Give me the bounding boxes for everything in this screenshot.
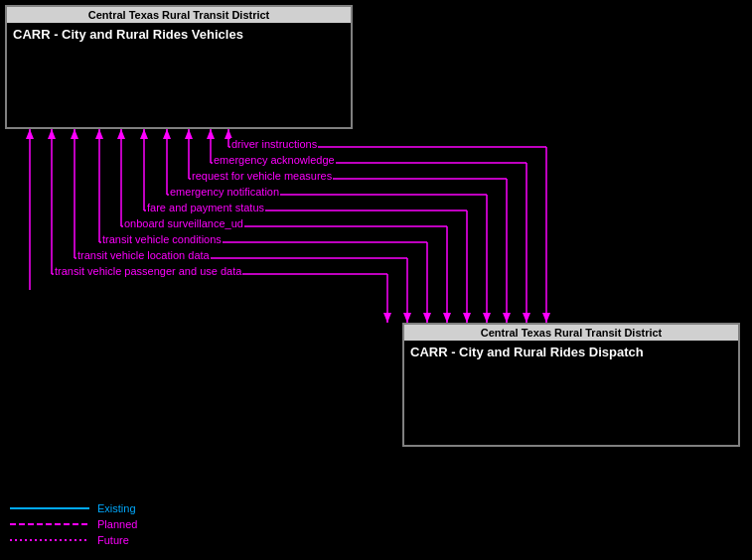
legend-future-label: Future — [97, 534, 129, 546]
legend: Existing Planned Future — [10, 502, 137, 550]
svg-marker-45 — [523, 313, 530, 323]
svg-marker-11 — [48, 129, 56, 139]
label-emergency-notification: emergency notification — [169, 186, 280, 198]
label-vehicle-passenger: transit vehicle passenger and use data — [54, 265, 242, 277]
vehicles-title: CARR - City and Rural Rides Vehicles — [7, 23, 351, 46]
label-fare-payment: fare and payment status — [146, 202, 265, 213]
dispatch-header: Central Texas Rural Transit District — [404, 325, 738, 341]
svg-marker-18 — [207, 129, 215, 139]
label-vehicle-location: transit vehicle location data — [76, 249, 211, 261]
svg-marker-10 — [26, 129, 34, 139]
label-driver-instructions: driver instructions — [230, 138, 318, 150]
svg-marker-46 — [542, 313, 550, 323]
svg-marker-13 — [95, 129, 103, 139]
label-onboard-surveillance: onboard surveillance_ud — [123, 217, 244, 229]
vehicles-node: Central Texas Rural Transit District CAR… — [5, 5, 353, 129]
svg-marker-14 — [117, 129, 125, 139]
label-request-measures: request for vehicle measures — [191, 170, 333, 182]
svg-marker-17 — [185, 129, 193, 139]
vehicles-header: Central Texas Rural Transit District — [7, 7, 351, 23]
svg-marker-39 — [403, 313, 411, 323]
label-vehicle-conditions: transit vehicle conditions — [101, 233, 223, 245]
svg-marker-43 — [483, 313, 491, 323]
dispatch-node: Central Texas Rural Transit District CAR… — [402, 323, 740, 447]
svg-marker-44 — [503, 313, 511, 323]
svg-marker-15 — [140, 129, 148, 139]
label-emergency-acknowledge: emergency acknowledge — [213, 154, 336, 166]
diagram-container: Central Texas Rural Transit District CAR… — [0, 0, 752, 560]
dispatch-title: CARR - City and Rural Rides Dispatch — [404, 341, 738, 363]
svg-marker-12 — [71, 129, 78, 139]
legend-future: Future — [10, 534, 137, 546]
legend-existing: Existing — [10, 502, 137, 514]
legend-existing-label: Existing — [97, 502, 136, 514]
svg-marker-42 — [463, 313, 471, 323]
svg-marker-41 — [443, 313, 451, 323]
svg-marker-40 — [423, 313, 431, 323]
svg-marker-38 — [383, 313, 391, 323]
legend-planned: Planned — [10, 518, 137, 530]
legend-planned-label: Planned — [97, 518, 137, 530]
svg-marker-16 — [163, 129, 171, 139]
